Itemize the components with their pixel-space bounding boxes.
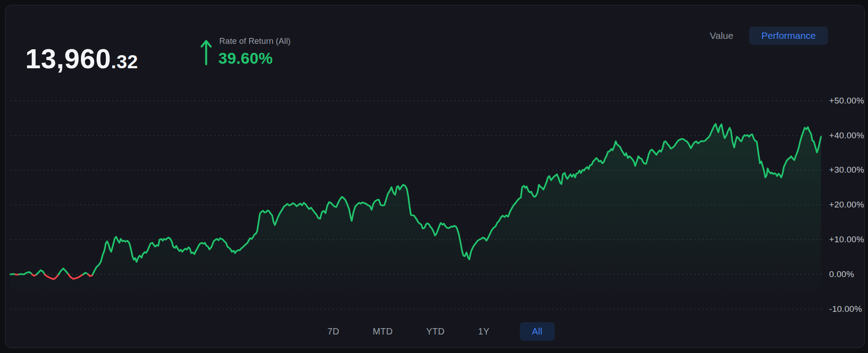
rate-of-return-value: 39.60% bbox=[218, 49, 273, 67]
portfolio-performance-card: +50.00%+40.00%+30.00%+20.00%+10.00%0.00%… bbox=[5, 5, 865, 348]
arrow-up-icon bbox=[200, 39, 212, 66]
range-all-button[interactable]: All bbox=[520, 322, 555, 341]
range-1y-button[interactable]: 1Y bbox=[478, 322, 490, 341]
toggle-performance-button[interactable]: Performance bbox=[749, 27, 828, 45]
y-axis-tick-label: +20.00% bbox=[829, 200, 864, 210]
y-axis-tick-label: +40.00% bbox=[829, 131, 864, 141]
view-toggle: Value Performance bbox=[710, 27, 828, 45]
toggle-value-button[interactable]: Value bbox=[710, 30, 733, 41]
portfolio-value-main: 13,960 bbox=[25, 45, 111, 73]
range-ytd-button[interactable]: YTD bbox=[426, 322, 445, 341]
rate-of-return-label: Rate of Return (All) bbox=[219, 37, 291, 46]
range-mtd-button[interactable]: MTD bbox=[373, 322, 392, 341]
portfolio-value: 13,960.32 bbox=[25, 45, 138, 73]
portfolio-value-decimals: .32 bbox=[111, 52, 138, 71]
time-range-selector: 7D MTD YTD 1Y All bbox=[5, 322, 868, 341]
y-axis-tick-label: +10.00% bbox=[829, 235, 864, 245]
y-axis-tick-label: +50.00% bbox=[829, 96, 864, 106]
range-7d-button[interactable]: 7D bbox=[327, 322, 339, 341]
y-axis-tick-label: 0.00% bbox=[829, 269, 854, 279]
y-axis-tick-label: +30.00% bbox=[829, 165, 864, 175]
y-axis-tick-label: -10.00% bbox=[829, 304, 862, 314]
chart-area-fill bbox=[10, 124, 821, 317]
